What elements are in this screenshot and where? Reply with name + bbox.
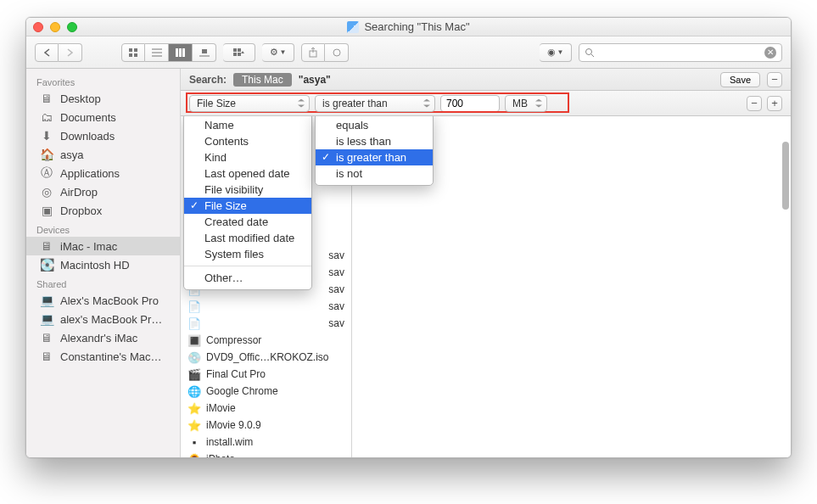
coverflow-view-button[interactable]: [193, 43, 216, 62]
comparator-dropdown: equals is less than is greater than is n…: [315, 116, 434, 186]
list-item[interactable]: 🎬Final Cut Pro: [181, 366, 351, 383]
traffic-lights: [33, 22, 77, 32]
svg-rect-7: [176, 48, 178, 57]
dropdown-item[interactable]: is greater than: [316, 149, 433, 165]
scope-quoted[interactable]: "asya": [299, 74, 331, 86]
save-search-button[interactable]: Save: [720, 72, 760, 87]
titlebar: Searching "This Mac": [26, 18, 791, 36]
dropdown-item[interactable]: Created date: [184, 214, 311, 230]
svg-rect-15: [238, 53, 241, 56]
dropdown-item[interactable]: is not: [316, 165, 433, 182]
criteria-value-input[interactable]: [440, 95, 500, 112]
svg-rect-9: [182, 48, 185, 57]
back-button[interactable]: [35, 43, 59, 62]
share-button[interactable]: [301, 43, 325, 62]
main-area: Search: This Mac "asya" Save − File Size…: [181, 69, 791, 457]
list-item[interactable]: 🌻iPhoto: [181, 451, 351, 457]
laptop-icon: 💻: [40, 312, 53, 326]
dropdown-item[interactable]: Contents: [184, 133, 311, 149]
scope-this-mac[interactable]: This Mac: [233, 73, 292, 87]
sidebar-item-shared[interactable]: 🖥Constantine's Mac…: [26, 347, 180, 366]
sidebar-item-shared[interactable]: 💻alex's MacBook Pr…: [26, 310, 180, 328]
search-icon: [585, 48, 595, 58]
add-criteria-button[interactable]: +: [767, 96, 782, 111]
forward-button[interactable]: [59, 43, 82, 62]
clear-search-button[interactable]: ✕: [764, 47, 776, 59]
sidebar-item-imac[interactable]: 🖥iMac - Imac: [26, 237, 180, 255]
zoom-window-button[interactable]: [67, 22, 77, 32]
arrange-button[interactable]: [223, 43, 255, 62]
scroll-thumb[interactable]: [782, 142, 789, 210]
sidebar-item-shared[interactable]: 🖥Alexandr's iMac: [26, 328, 180, 347]
sidebar-header-shared: Shared: [26, 274, 180, 291]
dropdown-item[interactable]: System files: [184, 246, 311, 262]
column-view-button[interactable]: [169, 43, 193, 62]
dropdown-item[interactable]: File visibility: [184, 182, 311, 198]
remove-scope-button[interactable]: −: [767, 72, 782, 87]
svg-rect-8: [179, 48, 182, 57]
sidebar-item-airdrop[interactable]: ◎AirDrop: [26, 182, 180, 201]
icon-view-button[interactable]: [121, 43, 145, 62]
dropdown-item[interactable]: File Size: [184, 198, 311, 214]
dropdown-item[interactable]: Last modified date: [184, 230, 311, 246]
chevron-down-icon: ▼: [557, 48, 564, 56]
list-item[interactable]: ⭐iMovie 9.0.9: [181, 417, 351, 434]
sidebar-item-applications[interactable]: ⒶApplications: [26, 164, 180, 182]
list-view-button[interactable]: [145, 43, 169, 62]
list-item[interactable]: 🔳Compressor: [181, 332, 351, 349]
dropdown-item[interactable]: is less than: [316, 133, 433, 149]
action-button[interactable]: ⚙▼: [262, 43, 294, 62]
list-item[interactable]: 🌐Google Chrome: [181, 383, 351, 400]
svg-rect-0: [129, 48, 132, 52]
list-item[interactable]: ▪install.wim: [181, 434, 351, 451]
search-label: Search:: [189, 74, 227, 86]
sidebar-item-dropbox[interactable]: ▣Dropbox: [26, 201, 180, 220]
svg-rect-10: [202, 49, 207, 53]
view-buttons: [121, 43, 216, 62]
svg-line-19: [591, 54, 594, 57]
disk-icon: 💽: [40, 258, 53, 272]
criteria-unit-select[interactable]: MB: [505, 95, 547, 112]
quicklook-button[interactable]: ◉▼: [540, 43, 572, 62]
sidebar-item-home[interactable]: 🏠asya: [26, 145, 180, 164]
close-window-button[interactable]: [33, 22, 43, 32]
list-item[interactable]: 📄sav: [181, 315, 351, 332]
search-criteria-row: File Size is greater than MB − +: [181, 91, 791, 116]
applications-icon: Ⓐ: [40, 166, 53, 180]
list-item[interactable]: ⭐iMovie: [181, 400, 351, 417]
list-item[interactable]: 💿DVD9_Offic…KROKOZ.iso: [181, 349, 351, 366]
search-input[interactable]: [598, 47, 761, 59]
search-field[interactable]: ✕: [579, 43, 782, 62]
svg-point-17: [333, 49, 340, 56]
criteria-comparator-select[interactable]: is greater than: [315, 95, 435, 112]
list-item[interactable]: 📄sav: [181, 298, 351, 315]
dropdown-separator: [184, 266, 311, 266]
file-results: 📄sav 📄sav 📄sav 📄sav 📄sav 🔳Compressor 💿DV…: [181, 116, 791, 457]
sidebar-item-shared[interactable]: 💻Alex's MacBook Pro: [26, 291, 180, 310]
sidebar-header-devices: Devices: [26, 220, 180, 237]
dropdown-item[interactable]: Last opened date: [184, 165, 311, 182]
minimize-window-button[interactable]: [50, 22, 60, 32]
home-icon: 🏠: [40, 148, 53, 161]
sidebar-item-documents[interactable]: 🗂Documents: [26, 108, 180, 126]
sidebar-item-macintosh-hd[interactable]: 💽Macintosh HD: [26, 255, 180, 274]
svg-rect-13: [238, 48, 241, 52]
sidebar-item-downloads[interactable]: ⬇Downloads: [26, 126, 180, 145]
imac-icon: 🖥: [40, 239, 53, 253]
criteria-attribute-select[interactable]: File Size: [189, 95, 310, 112]
gear-icon: ⚙: [270, 47, 278, 58]
attribute-dropdown: Name Contents Kind Last opened date File…: [183, 116, 312, 290]
remove-criteria-button[interactable]: −: [747, 96, 762, 111]
scrollbar[interactable]: [782, 142, 789, 311]
dropdown-item-other[interactable]: Other…: [184, 270, 311, 286]
finder-icon: [347, 21, 359, 33]
desktop-icon: 🖥: [40, 92, 53, 105]
dropdown-item[interactable]: Name: [184, 117, 311, 133]
dropdown-item[interactable]: equals: [316, 117, 433, 133]
sidebar-item-desktop[interactable]: 🖥Desktop: [26, 89, 180, 108]
share-buttons: [301, 43, 349, 62]
tags-button[interactable]: [325, 43, 349, 62]
sidebar: Favorites 🖥Desktop 🗂Documents ⬇Downloads…: [26, 69, 181, 457]
documents-icon: 🗂: [40, 110, 53, 124]
dropdown-item[interactable]: Kind: [184, 149, 311, 165]
